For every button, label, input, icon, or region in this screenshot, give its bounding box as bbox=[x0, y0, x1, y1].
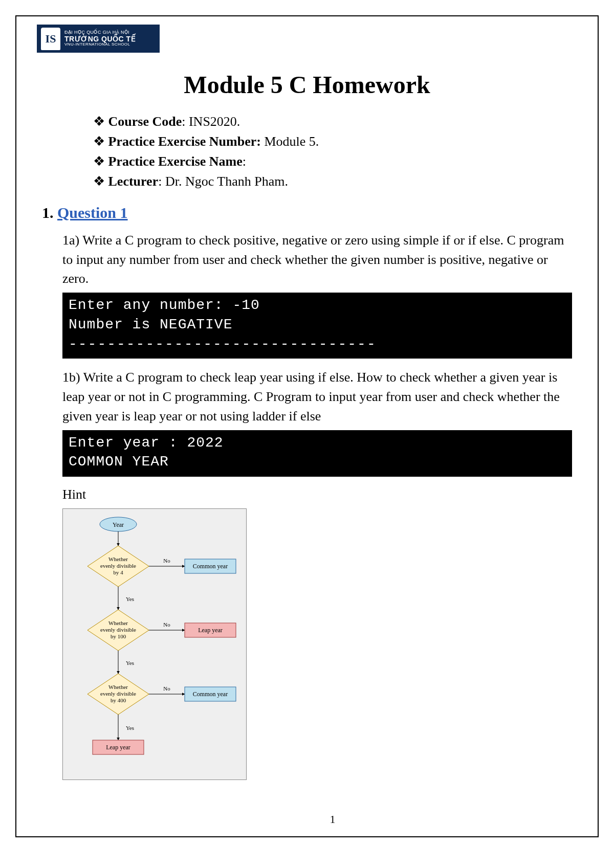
terminal-output-2: Enter year : 2022 COMMON YEAR bbox=[62, 430, 572, 477]
fc-common-1: Common year bbox=[193, 563, 228, 570]
fc-edge-yes-2: Yes bbox=[126, 660, 134, 666]
school-logo: IS ĐẠI HỌC QUỐC GIA HÀ NỘI TRƯỜNG QUỐC T… bbox=[37, 25, 160, 53]
fc-d4-l2: evenly divisible bbox=[100, 563, 136, 569]
logo-mark: IS bbox=[41, 28, 60, 50]
fc-edge-no-2: No bbox=[163, 621, 170, 628]
term2-line2: COMMON YEAR bbox=[69, 452, 566, 472]
term1-line3: -------------------------------- bbox=[69, 335, 566, 354]
page-frame: IS ĐẠI HỌC QUỐC GIA HÀ NỘI TRƯỜNG QUỐC T… bbox=[15, 15, 599, 837]
section-heading: 1. Question 1 bbox=[42, 204, 572, 221]
info-lecturer-label: Lecturer bbox=[108, 174, 159, 189]
course-info-list: Course Code: INS2020. Practice Exercise … bbox=[93, 112, 572, 191]
section-title: Question 1 bbox=[57, 204, 128, 221]
fc-common-2: Common year bbox=[193, 691, 228, 698]
fc-d400-l2: evenly divisible bbox=[100, 691, 136, 697]
fc-d4-l1: Whether bbox=[108, 556, 128, 562]
info-exname-value: : bbox=[243, 154, 246, 169]
terminal-output-1: Enter any number: -10 Number is NEGATIVE… bbox=[62, 293, 572, 359]
info-exname: Practice Exercise Name: bbox=[93, 151, 572, 171]
fc-d4-l3: by 4 bbox=[113, 569, 123, 575]
section-number: 1. bbox=[42, 204, 57, 221]
term1-line2: Number is NEGATIVE bbox=[69, 315, 566, 335]
page-title: Module 5 C Homework bbox=[42, 71, 572, 99]
term2-line1: Enter year : 2022 bbox=[69, 433, 566, 453]
fc-d100-l3: by 100 bbox=[111, 633, 126, 639]
hint-label: Hint bbox=[62, 487, 572, 502]
term1-line1: Enter any number: -10 bbox=[69, 296, 566, 315]
info-lecturer: Lecturer: Dr. Ngoc Thanh Pham. bbox=[93, 171, 572, 191]
info-course-value: : INS2020. bbox=[182, 114, 240, 129]
info-exnum: Practice Exercise Number: Module 5. bbox=[93, 131, 572, 151]
fc-edge-yes-3: Yes bbox=[126, 725, 134, 731]
fc-leap-2: Leap year bbox=[106, 744, 130, 751]
fc-edge-yes-1: Yes bbox=[126, 596, 134, 602]
question-1a-text: 1a) Write a C program to check positive,… bbox=[62, 231, 572, 288]
info-exnum-value: Module 5. bbox=[261, 134, 319, 149]
info-course: Course Code: INS2020. bbox=[93, 112, 572, 131]
logo-line2: TRƯỜNG QUỐC TẾ bbox=[64, 35, 136, 43]
fc-d100-l1: Whether bbox=[108, 620, 128, 626]
logo-line3: VNU-INTERNATIONAL SCHOOL bbox=[64, 42, 136, 47]
fc-d100-l2: evenly divisible bbox=[100, 627, 136, 633]
info-exname-label: Practice Exercise Name bbox=[108, 154, 243, 169]
info-course-label: Course Code bbox=[108, 114, 182, 129]
fc-start-label: Year bbox=[113, 521, 124, 528]
leap-year-flowchart: Year Whether evenly divisible by 4 No Co… bbox=[62, 508, 247, 780]
info-lecturer-value: : Dr. Ngoc Thanh Pham. bbox=[158, 174, 288, 189]
fc-leap-1: Leap year bbox=[198, 627, 223, 634]
fc-edge-no-3: No bbox=[163, 685, 170, 692]
logo-text: ĐẠI HỌC QUỐC GIA HÀ NỘI TRƯỜNG QUỐC TẾ V… bbox=[64, 30, 136, 47]
info-exnum-label: Practice Exercise Number: bbox=[108, 134, 261, 149]
fc-edge-no-1: No bbox=[163, 558, 170, 564]
fc-d400-l3: by 400 bbox=[111, 697, 126, 703]
fc-d400-l1: Whether bbox=[108, 684, 128, 690]
page-number: 1 bbox=[42, 813, 614, 826]
question-1b-text: 1b) Write a C program to check leap year… bbox=[62, 368, 572, 426]
